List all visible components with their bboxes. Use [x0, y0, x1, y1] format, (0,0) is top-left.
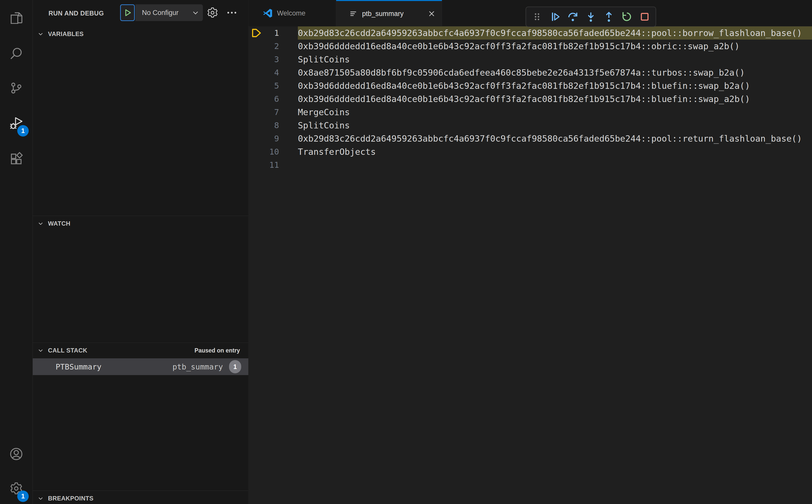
- code-line-9[interactable]: 90xb29d83c26cdd2a64959263abbcfc4a6937f0c…: [248, 132, 812, 145]
- line-gutter[interactable]: 9: [248, 132, 298, 145]
- source-control-icon: [9, 81, 23, 95]
- stack-frame-badge: 1: [229, 360, 241, 373]
- line-gutter[interactable]: 6: [248, 92, 298, 106]
- line-text[interactable]: SplitCoins: [298, 53, 812, 66]
- stack-frame-file: ptb_summary: [172, 362, 223, 371]
- line-gutter[interactable]: 1: [248, 26, 298, 40]
- code-line-10[interactable]: 10TransferObjects: [248, 145, 812, 158]
- stop-icon: [639, 11, 651, 23]
- sidebar-title: RUN AND DEBUG: [48, 0, 104, 26]
- list-file-icon: [349, 9, 358, 18]
- code-line-6[interactable]: 60xb39d6dddedd16ed8a40ce0b1e6b43c92acf0f…: [248, 92, 812, 106]
- line-gutter[interactable]: 2: [248, 40, 298, 53]
- chevron-down-icon: [37, 495, 44, 502]
- code-line-2[interactable]: 20xb39d6dddedd16ed8a40ce0b1e6b43c92acf0f…: [248, 40, 812, 53]
- breakpoints-section-header[interactable]: BREAKPOINTS: [33, 491, 248, 504]
- line-number: 9: [274, 132, 279, 145]
- current-line-arrow-icon: [251, 28, 263, 38]
- line-gutter[interactable]: 11: [248, 158, 298, 172]
- line-gutter[interactable]: 4: [248, 66, 298, 79]
- toolbar-drag-gripper[interactable]: [531, 10, 543, 23]
- stop-button[interactable]: [638, 10, 651, 23]
- line-text[interactable]: MergeCoins: [298, 106, 812, 119]
- continue-button[interactable]: [549, 10, 561, 23]
- line-text[interactable]: 0xb39d6dddedd16ed8a40ce0b1e6b43c92acf0ff…: [298, 79, 812, 92]
- run-and-debug-sidebar: RUN AND DEBUG No Configur VARIABLES: [33, 0, 248, 504]
- code-line-1[interactable]: 10xb29d83c26cdd2a64959263abbcfc4a6937f0c…: [248, 26, 812, 40]
- variables-section-header[interactable]: VARIABLES: [33, 26, 248, 42]
- more-actions-icon[interactable]: [226, 7, 238, 19]
- line-number: 4: [274, 66, 279, 79]
- line-gutter[interactable]: 5: [248, 79, 298, 92]
- line-gutter[interactable]: 7: [248, 106, 298, 119]
- restart-icon: [621, 11, 633, 23]
- breakpoints-section-label: BREAKPOINTS: [48, 495, 93, 502]
- activity-bar: 1 1: [0, 0, 33, 504]
- debug-toolbar: [526, 7, 656, 27]
- settings-badge: 1: [17, 491, 29, 502]
- tab-welcome-label: Welcome: [277, 9, 305, 17]
- code-line-4[interactable]: 40x8ae871505a80d8bf6bf9c05906cda6edfeea4…: [248, 66, 812, 79]
- step-over-button[interactable]: [567, 10, 579, 23]
- activity-source-control[interactable]: [0, 73, 32, 103]
- line-text[interactable]: 0xb29d83c26cdd2a64959263abbcfc4a6937f0c9…: [298, 26, 812, 40]
- tab-welcome[interactable]: Welcome: [249, 0, 336, 26]
- files-icon: [9, 10, 23, 24]
- variables-section-label: VARIABLES: [48, 30, 84, 38]
- line-gutter[interactable]: 10: [248, 145, 298, 158]
- code-line-7[interactable]: 7MergeCoins: [248, 106, 812, 119]
- code-line-5[interactable]: 50xb39d6dddedd16ed8a40ce0b1e6b43c92acf0f…: [248, 79, 812, 92]
- step-out-button[interactable]: [603, 10, 615, 23]
- chevron-down-icon: [191, 8, 200, 17]
- continue-icon: [549, 11, 561, 23]
- chevron-down-icon: [37, 347, 44, 354]
- vscode-logo-icon: [262, 8, 273, 19]
- activity-accounts[interactable]: [0, 439, 32, 469]
- activity-run-and-debug[interactable]: 1: [0, 108, 32, 138]
- activity-explorer[interactable]: [0, 2, 32, 32]
- debug-pause-status: Paused on entry: [194, 347, 240, 354]
- code-line-3[interactable]: 3SplitCoins: [248, 53, 812, 66]
- search-icon: [9, 46, 23, 60]
- call-stack-section-header[interactable]: CALL STACK Paused on entry: [33, 343, 248, 358]
- step-over-icon: [567, 11, 579, 23]
- configuration-dropdown-label: No Configur: [142, 9, 178, 17]
- vscode-window: { "activity_bar": { "items": [ { "id": "…: [0, 0, 812, 504]
- start-debug-button[interactable]: [120, 4, 135, 21]
- activity-search[interactable]: [0, 38, 32, 68]
- watch-section-label: WATCH: [48, 220, 70, 227]
- tab-ptb-summary[interactable]: ptb_summary: [336, 0, 442, 26]
- call-stack-section-label: CALL STACK: [48, 347, 87, 354]
- gripper-icon: [531, 11, 543, 23]
- code-line-11[interactable]: 11: [248, 158, 812, 172]
- launch-control: No Configur: [120, 4, 203, 21]
- line-text[interactable]: 0xb29d83c26cdd2a64959263abbcfc4a6937f0c9…: [298, 132, 812, 145]
- line-text[interactable]: 0xb39d6dddedd16ed8a40ce0b1e6b43c92acf0ff…: [298, 40, 812, 53]
- step-into-button[interactable]: [585, 10, 597, 23]
- watch-section-header[interactable]: WATCH: [33, 216, 248, 231]
- open-launch-json-gear-icon[interactable]: [206, 7, 219, 19]
- line-text[interactable]: SplitCoins: [298, 119, 812, 132]
- line-number: 10: [269, 145, 279, 158]
- configuration-dropdown[interactable]: No Configur: [135, 4, 203, 21]
- line-number: 2: [274, 40, 279, 53]
- line-number: 1: [274, 26, 279, 40]
- line-text[interactable]: 0xb39d6dddedd16ed8a40ce0b1e6b43c92acf0ff…: [298, 92, 812, 106]
- line-text[interactable]: 0x8ae871505a80d8bf6bf9c05906cda6edfeea46…: [298, 66, 812, 79]
- restart-button[interactable]: [620, 10, 633, 23]
- line-text[interactable]: [298, 158, 812, 172]
- call-stack-frame-row[interactable]: PTBSummary ptb_summary 1: [33, 358, 248, 375]
- code-line-8[interactable]: 8SplitCoins: [248, 119, 812, 132]
- code-lines: 10xb29d83c26cdd2a64959263abbcfc4a6937f0c…: [248, 26, 812, 504]
- activity-settings[interactable]: 1: [0, 474, 32, 503]
- chevron-down-icon: [37, 220, 44, 227]
- activity-extensions[interactable]: [0, 144, 32, 174]
- line-gutter[interactable]: 3: [248, 53, 298, 66]
- breakpoints-section: BREAKPOINTS: [33, 491, 248, 504]
- close-tab-icon[interactable]: [427, 9, 436, 18]
- line-gutter[interactable]: 8: [248, 119, 298, 132]
- line-number: 6: [274, 92, 279, 106]
- account-icon: [9, 447, 23, 461]
- line-number: 8: [274, 119, 279, 132]
- line-text[interactable]: TransferObjects: [298, 145, 812, 158]
